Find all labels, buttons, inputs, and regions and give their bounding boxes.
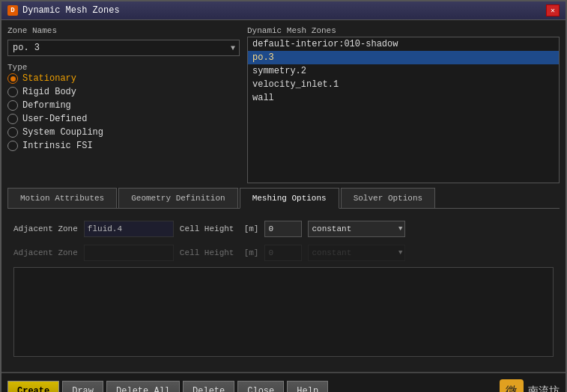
watermark-icon: 微: [500, 379, 524, 392]
main-window: D Dynamic Mesh Zones ✕ Zone Names po. 3 …: [0, 0, 567, 392]
cell-height-label-2: Cell Height [m]: [180, 248, 259, 257]
create-button[interactable]: Create: [7, 381, 59, 392]
adjacent-zone-input-1[interactable]: [84, 221, 174, 237]
cell-height-label-1: Cell Height [m]: [180, 224, 259, 233]
type-intrinsic-fsi[interactable]: Intrinsic FSI: [7, 140, 240, 152]
adjacent-zone-label-2: Adjacent Zone: [13, 248, 78, 257]
adjacent-zone-label-1: Adjacent Zone: [13, 224, 78, 233]
mesh-zone-item-selected[interactable]: po.3: [248, 51, 559, 64]
radio-system-coupling[interactable]: [7, 127, 18, 138]
method-select-1[interactable]: constant profile UDF: [308, 221, 405, 237]
help-button[interactable]: Help: [287, 381, 328, 392]
cell-height-input-1[interactable]: [264, 221, 302, 237]
form-row-2: Adjacent Zone Cell Height [m] constant: [13, 243, 554, 263]
form-row-1: Adjacent Zone Cell Height [m] constant p…: [13, 219, 554, 239]
mesh-zone-item[interactable]: symmetry.2: [248, 64, 559, 78]
mesh-zone-item[interactable]: velocity_inlet.1: [248, 78, 559, 91]
watermark: 微 南流坊: [500, 379, 560, 392]
window-title: Dynamic Mesh Zones: [22, 5, 120, 16]
radio-intrinsic-fsi[interactable]: [7, 141, 18, 151]
type-label: Type: [7, 63, 27, 72]
label-intrinsic-fsi: Intrinsic FSI: [22, 141, 93, 151]
radio-rigid-body[interactable]: [7, 87, 18, 97]
dynamic-mesh-zones-label: Dynamic Mesh Zones: [247, 26, 560, 35]
method-select-wrapper-2: constant: [308, 245, 405, 261]
delete-button[interactable]: Delete: [183, 381, 234, 392]
delete-all-button[interactable]: Delete All: [106, 381, 180, 392]
type-rigid-body[interactable]: Rigid Body: [7, 86, 240, 98]
type-system-coupling[interactable]: System Coupling: [7, 126, 240, 138]
meshing-inner-content: [13, 267, 554, 357]
zone-names-dropdown[interactable]: po. 3: [7, 40, 240, 56]
label-user-defined: User-Defined: [22, 114, 87, 124]
radio-user-defined[interactable]: [7, 114, 18, 124]
method-select-wrapper-1[interactable]: constant profile UDF: [308, 221, 405, 237]
label-stationary: Stationary: [22, 73, 76, 84]
close-dialog-button[interactable]: Close: [237, 381, 284, 392]
app-icon: D: [7, 5, 18, 16]
title-bar: D Dynamic Mesh Zones ✕: [1, 1, 566, 20]
watermark-text: 南流坊: [528, 385, 560, 392]
method-select-2: constant: [308, 245, 405, 261]
title-bar-left: D Dynamic Mesh Zones: [7, 5, 120, 16]
cell-height-input-2: [264, 245, 302, 261]
adjacent-zone-input-2: [84, 245, 174, 261]
close-button[interactable]: ✕: [546, 4, 560, 16]
zone-names-label: Zone Names: [7, 26, 240, 35]
draw-button[interactable]: Draw: [62, 381, 103, 392]
zone-names-select-wrapper[interactable]: po. 3: [7, 40, 240, 56]
mesh-zones-list[interactable]: default-interior:010-shadow po.3 symmetr…: [247, 37, 560, 183]
tab-motion[interactable]: Motion Attributes: [7, 188, 117, 208]
tab-meshing[interactable]: Meshing Options: [240, 188, 339, 209]
label-deforming: Deforming: [22, 100, 71, 111]
type-user-defined[interactable]: User-Defined: [7, 113, 240, 125]
radio-stationary[interactable]: [7, 73, 18, 84]
tab-content-meshing: Adjacent Zone Cell Height [m] constant p…: [7, 213, 560, 366]
type-section: Type Stationary Rigid Body Deforming: [7, 62, 240, 152]
right-panel: Dynamic Mesh Zones default-interior:010-…: [247, 26, 560, 183]
top-section: Zone Names po. 3 Type Stationary: [7, 26, 560, 183]
label-rigid-body: Rigid Body: [22, 87, 76, 97]
button-group: Create Draw Delete All Delete Close Help: [7, 381, 328, 392]
radio-deforming[interactable]: [7, 100, 18, 111]
tab-solver[interactable]: Solver Options: [341, 188, 435, 208]
mesh-zone-item[interactable]: default-interior:010-shadow: [248, 37, 559, 51]
bottom-bar: Create Draw Delete All Delete Close Help…: [1, 372, 566, 392]
type-radio-group: Stationary Rigid Body Deforming Use: [7, 73, 240, 152]
mesh-zone-item[interactable]: wall: [248, 91, 559, 105]
content-area: Zone Names po. 3 Type Stationary: [1, 20, 566, 372]
tab-geometry[interactable]: Geometry Definition: [118, 188, 237, 208]
tabs-row: Motion Attributes Geometry Definition Me…: [7, 188, 560, 209]
type-deforming[interactable]: Deforming: [7, 99, 240, 111]
label-system-coupling: System Coupling: [22, 127, 103, 138]
type-stationary[interactable]: Stationary: [7, 73, 240, 85]
left-panel: Zone Names po. 3 Type Stationary: [7, 26, 240, 183]
